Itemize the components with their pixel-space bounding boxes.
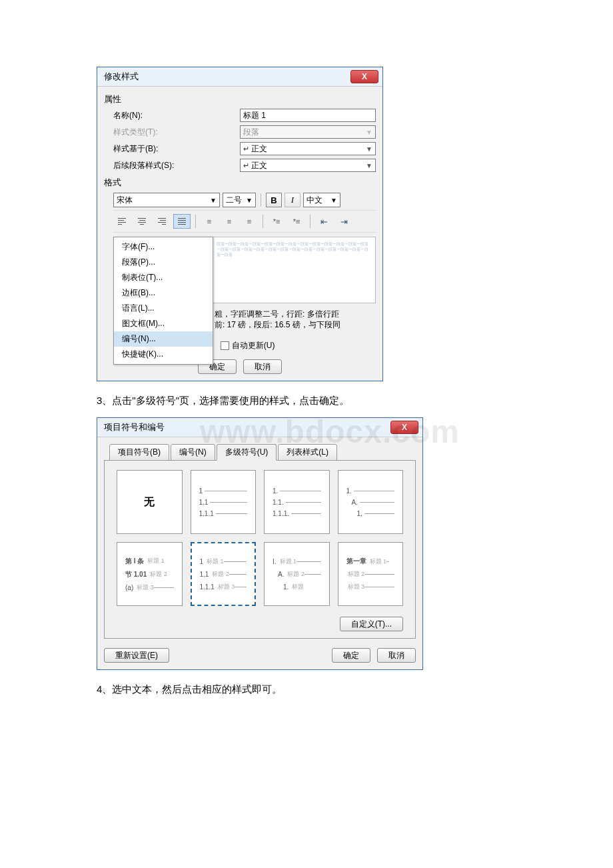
menu-font[interactable]: 字体(F)... [114, 239, 213, 255]
chevron-down-icon: ▼ [210, 197, 217, 204]
align-left-button[interactable] [113, 214, 131, 229]
spacing-icon: ≡ [207, 217, 211, 225]
sfx: 标题 2 [348, 570, 365, 579]
close-icon: X [362, 72, 367, 81]
auto-update-label: 自动更新(U) [232, 340, 275, 351]
lvl: 1.1.1. [273, 510, 289, 517]
follow-combo[interactable]: 正文 ▼ [240, 159, 376, 172]
instruction-step3: 3、点击"多级符号"页，选择需要使用的样式，点击确定。 [97, 393, 516, 408]
lvl: 1.1 [200, 571, 209, 578]
instruction-step4: 4、选中文本，然后点击相应的样式即可。 [97, 682, 516, 697]
style-numeric-1[interactable]: 1 1.1 1.1.1 [191, 470, 257, 534]
chevron-down-icon: ▼ [366, 162, 372, 169]
lang-value: 中文 [306, 195, 322, 206]
cancel-label: 取消 [388, 650, 404, 661]
italic-button[interactable]: I [285, 193, 301, 207]
style-numeric-dot[interactable]: 1. 1.1. 1.1.1. [264, 470, 330, 534]
tab-liststyle[interactable]: 列表样式(L) [278, 444, 337, 461]
chevron-down-icon: ▼ [246, 197, 253, 204]
name-input[interactable]: 标题 1 [240, 109, 376, 122]
cancel-button[interactable]: 取消 [243, 359, 282, 374]
name-value: 标题 1 [243, 110, 266, 121]
style-article[interactable]: 第 I 条标题 1 节 1.01标题 2 (a)标题 3 [117, 542, 183, 606]
lvl: A. [352, 499, 358, 506]
none-label: 无 [144, 495, 155, 509]
tab-numbers[interactable]: 编号(N) [171, 444, 215, 461]
bullets-numbering-dialog: 项目符号和编号 X 项目符号(B) 编号(N) 多级符号(U) 列表样式(L) … [97, 417, 423, 670]
lvl: 第一章 [346, 557, 366, 566]
font-name-combo[interactable]: 宋体 ▼ [113, 193, 220, 207]
sfx: 标题 2 [212, 570, 229, 579]
menu-numbering[interactable]: 编号(N)... [114, 331, 213, 347]
line-spacing-2-button[interactable]: ≡ [241, 214, 258, 229]
tab-label: 多级符号(U) [225, 447, 269, 457]
menu-frame[interactable]: 图文框(M)... [114, 316, 213, 331]
reset-button[interactable]: 重新设置(E) [104, 648, 169, 663]
increase-indent-button[interactable]: ⇥ [335, 214, 352, 229]
close-button[interactable]: X [350, 70, 378, 83]
chevron-down-icon: ▼ [366, 145, 372, 153]
line-spacing-1-button[interactable]: ≡ [201, 214, 218, 229]
font-size-value: 二号 [226, 195, 242, 206]
cancel-button[interactable]: 取消 [377, 648, 416, 663]
lvl: 1.1. [273, 499, 284, 506]
chevron-down-icon: ▼ [330, 197, 337, 204]
menu-paragraph[interactable]: 段落(P)... [114, 255, 213, 270]
type-value: 段落 [243, 127, 259, 138]
menu-border[interactable]: 边框(B)... [114, 285, 213, 301]
sfx: 标题 2 [287, 570, 305, 579]
bold-button[interactable]: B [266, 193, 282, 207]
spacing-after-icon: *≡ [293, 217, 301, 225]
sfx: 标题 1 [207, 557, 224, 566]
auto-update-checkbox[interactable] [221, 341, 229, 350]
row-name: 名称(N): 标题 1 [113, 108, 376, 123]
close-button[interactable]: X [390, 421, 418, 434]
tab-multilevel[interactable]: 多级符号(U) [217, 444, 277, 461]
ok-button[interactable]: 确定 [332, 648, 370, 663]
type-combo: 段落 ▼ [240, 125, 376, 139]
customize-button[interactable]: 自定义(T)... [340, 617, 403, 631]
preview-lines: 段落一段落一段落一段落一段落一段落一段落一段落一段落一段落一段落一段落一段落一段… [217, 241, 370, 257]
font-size-combo[interactable]: 二号 ▼ [223, 193, 256, 207]
align-justify-button[interactable] [173, 214, 191, 229]
dialog-title: 项目符号和编号 [104, 421, 165, 433]
decrease-indent-button[interactable]: ⇤ [315, 214, 332, 229]
outdent-icon: ⇤ [320, 217, 328, 227]
align-right-button[interactable] [153, 214, 171, 229]
lvl: 1 [199, 487, 203, 495]
spacing-icon: ≡ [227, 217, 231, 225]
based-combo[interactable]: 正文 ▼ [240, 142, 376, 155]
style-grid: 无 1 1.1 1.1.1 1. 1.1. 1.1.1. 1. A. 1. [117, 470, 403, 606]
menu-shortcut[interactable]: 快捷键(K)... [114, 347, 213, 362]
separator [261, 193, 261, 207]
lvl: 1.1.1 [200, 583, 215, 591]
lvl: 第 I 条 [125, 557, 144, 566]
preview-box: 段落一段落一段落一段落一段落一段落一段落一段落一段落一段落一段落一段落一段落一段… [113, 237, 376, 303]
menu-language[interactable]: 语言(L)... [114, 301, 213, 316]
style-none[interactable]: 无 [117, 470, 183, 534]
italic-icon: I [291, 195, 294, 205]
lvl: 1 [200, 558, 204, 565]
style-1A1[interactable]: 1. A. 1. [338, 470, 404, 534]
sfx: 标题 1 [280, 557, 297, 566]
modify-style-dialog: 修改样式 X 属性 名称(N): 标题 1 样式类型(T): 段落 ▼ 样式基于… [97, 67, 383, 381]
style-heading-numeric[interactable]: 1标题 1 1.1标题 2 1.1.1标题 3 [191, 542, 257, 606]
lvl: 1.1.1 [199, 510, 214, 517]
menu-tabs[interactable]: 制表位(T)... [114, 270, 213, 285]
section-format: 格式 [104, 177, 376, 189]
cancel-label: 取消 [255, 361, 271, 373]
close-icon: X [402, 423, 407, 432]
spacing-after-button[interactable]: *≡ [288, 214, 305, 229]
spacing-before-button[interactable]: *≡ [268, 214, 285, 229]
lvl: (a) [125, 584, 133, 591]
align-center-button[interactable] [133, 214, 151, 229]
lang-combo[interactable]: 中文 ▼ [303, 193, 340, 207]
style-chapter[interactable]: 第一章标题 1 标题 2 标题 3 [338, 542, 404, 606]
tab-bullets[interactable]: 项目符号(B) [109, 444, 169, 461]
style-roman[interactable]: I.标题 1 A.标题 2 1.标题 [264, 542, 330, 606]
ok-label: 确定 [343, 650, 359, 661]
paragraph-toolbar: ≡ ≡ ≡ *≡ *≡ ⇤ ⇥ [113, 210, 376, 233]
sfx: 标题 1 [147, 557, 165, 565]
line-spacing-1_5-button[interactable]: ≡ [221, 214, 238, 229]
dialog-body: 属性 名称(N): 标题 1 样式类型(T): 段落 ▼ 样式基于(B): 正文… [97, 86, 382, 381]
